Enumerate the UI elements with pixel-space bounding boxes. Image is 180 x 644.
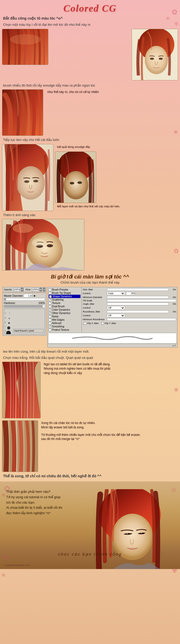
hardness-slider-fill [4,305,43,307]
row-3: 5 [5,321,6,324]
control-label-3: Control: [83,314,106,317]
opacity-label: Opacity: [4,288,12,291]
svg-point-17 [77,181,82,184]
label-scattering: Scattering [52,298,64,301]
size-jitter-slider[interactable] [107,288,169,291]
cb-texture [49,302,51,304]
cb-airbrush [49,322,51,325]
page-title: Colored CG [0,3,180,14]
control-select-2[interactable]: Off [107,306,125,310]
preset-item-smoothing[interactable]: Smoothing [49,325,80,328]
flower-deco-6: ✿ [174,247,179,255]
tablet-text: Ngừ tao có tablet thì sẽ làm bước ni rất… [44,362,110,375]
preset-item-brush-presets[interactable]: Brush Presets [49,288,80,291]
preset-item-other-dynamics[interactable]: Other Dynamics [49,311,80,315]
scroll-up-icon[interactable]: ▲ [172,344,174,347]
intro-text-1: Bắt đầu công cuộc tô màu tóc ^o^ [0,15,180,22]
preset-item-dual-brush[interactable]: Dual Brush [49,305,80,308]
flower-deco-2: ❀ [166,15,170,21]
smudge-text-container: như thế này nì, cho nó có vẻ tự nhiên [44,89,101,136]
closing-line-1: Thật đơn giản phải hem nào? [6,490,50,494]
continue-text: Tiếp tục làm vậy cho hết cái đầu luôn [0,137,180,143]
cb-flip-x[interactable] [84,322,86,325]
preset-item-wet-edges[interactable]: Wet Edges [49,318,80,321]
svg-point-5 [150,58,154,60]
ps-opacity-toolbar: Opacity: 100% ▼ Flow: 100% ▼ ✦ [3,287,46,292]
cb-other-dynamics [49,312,51,315]
closing-line-3: Ai chưa biết thì bị h biết, ai biết rồi … [6,506,62,515]
tilt-scale-slider[interactable] [107,299,176,302]
svg-point-24 [32,239,45,246]
label-other-dynamics: Other Dynamics [52,312,70,315]
roundness-jitter-slider[interactable] [107,310,169,313]
label-brush-tip: Brush Tip Shape [52,292,71,294]
preset-item-protect-texture[interactable]: Protect Texture [49,328,80,332]
congrats-container: chúc các bạn thành công [0,550,180,559]
face-with-hair-image [132,29,178,80]
airbrush-icon[interactable]: ✦ [43,288,45,291]
min-roundness-label: Minimum Roundness [83,318,106,321]
face-progress-row: kết quả dùng smudge đây [0,143,180,212]
preset-item-noise[interactable]: Noise [49,315,80,318]
master-diameter-input[interactable] [24,294,33,298]
master-diameter-label: Master Diameter [4,294,23,297]
angle-jitter-label: Angle Jitter [83,303,106,305]
brush-right-panel: Brush Presets Brush Tip Shape Shape Dyna… [47,287,177,348]
flip-x-item[interactable]: Flip X Jitter [84,322,99,325]
min-diameter-label: Minimum Diameter [83,296,106,299]
fade-value-input[interactable] [126,292,135,295]
svg-point-6 [159,58,163,60]
hardness-slider[interactable] [4,305,45,308]
flip-y-item[interactable]: Flip Y Jitter [101,322,116,325]
flow-icon: ▼ [40,288,42,291]
brush-size-5 [6,331,11,334]
page-background: ✿ ❀ ✾ ✿ ❀ ✿ ✾ ❀ ✿ ✾ ❀ Colored CG Bắt đầu… [0,0,180,644]
portrait-section: ✿ ❀ ✾ ✿ [0,481,180,569]
control-fade-row: Control: Fade [83,292,176,295]
merge-annotation: Tớ thường mở thêm nhiều layer mới cho mỗ… [39,432,178,442]
smudge-image-row: như thế này nì, cho nó có vẻ tự nhiên [0,88,180,137]
selected-brush-name: Hard Round 1 pixel [13,329,44,333]
preset-item-texture[interactable]: Texture [49,301,80,305]
final-text: Thế là xong, tớ chỉ có mí chiêu đó thôi,… [3,474,102,478]
cb-brush-tip [49,292,51,294]
preset-item-color-dynamics[interactable]: Color Dynamics [49,308,80,311]
svg-point-10 [16,166,45,200]
label-noise: Noise [52,315,59,318]
congrats-text: chúc các bạn thành công [0,550,180,559]
cb-noise [49,315,51,318]
label-texture: Texture [52,302,60,304]
closing-text-block: Thật đơn giản phải hem nào? Tớ hy vọng c… [3,487,67,519]
brush-size-4 [7,326,10,329]
min-diameter-value: 0% [170,296,176,299]
opacity-input[interactable]: 100% [13,288,20,291]
cb-flip-y[interactable] [101,322,104,325]
svg-point-11 [24,180,29,183]
final-instruction: Thế là xong, tớ chỉ có mí chiêu đó thôi,… [0,473,180,479]
control-select-3[interactable]: Off [107,314,125,317]
preset-item-brush-tip[interactable]: Brush Tip Shape [49,291,80,295]
min-diameter-slider[interactable] [107,296,169,299]
min-roundness-slider[interactable] [107,318,176,321]
row-5: 9 [5,330,6,332]
smudge-text-1: brush nhiều đó thôi rồi lấy smudge dẩy m… [0,82,180,89]
diameter-slider[interactable] [4,298,45,301]
label-smoothing: Smoothing [52,325,64,328]
preset-item-shape-dynamics[interactable]: Shape Dynamics [49,295,80,298]
eraser-annotation: Xong thì cái chân tóc nó ko đc tự nhiên.… [39,420,178,430]
preset-item-scattering[interactable]: Scattering [49,298,80,301]
flower-deco-8: ❀ [174,386,178,393]
row-2: 3 [5,317,6,319]
preset-item-airbrush[interactable]: Airbrush [49,321,80,325]
control-select-1[interactable]: Fade [107,292,125,295]
strand-drawing-1 [2,362,41,418]
first-image-row [0,28,180,81]
flip-row: Flip X Jitter Flip Y Jitter [83,321,176,325]
control-label-1: Control: [83,292,106,295]
label-shape-dynamics: Shape Dynamics [52,295,72,298]
angle-jitter-slider[interactable] [107,303,169,305]
flow-input[interactable]: 100% [32,288,38,291]
cb-dual-brush [49,305,51,308]
cb-scattering [49,299,51,301]
scroll-down-icon[interactable]: ▼ [174,344,176,347]
